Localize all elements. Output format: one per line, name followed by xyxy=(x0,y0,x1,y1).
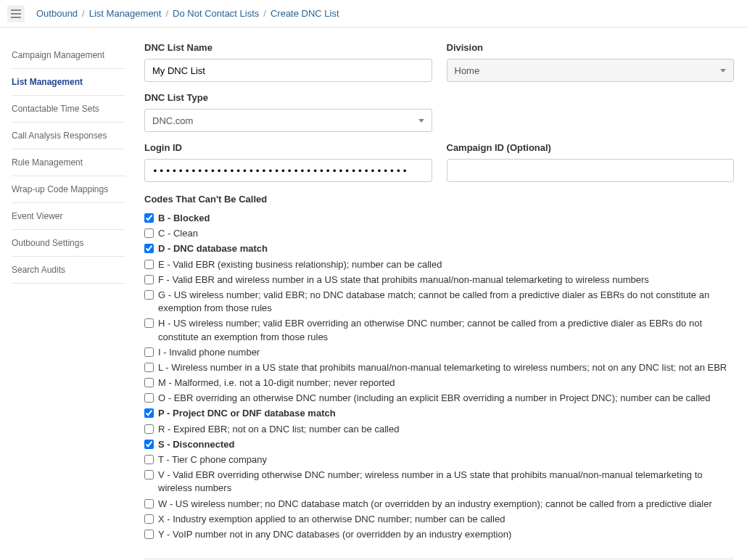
code-item: W - US wireless number; no DNC database … xyxy=(144,498,734,511)
code-item: T - Tier C phone company xyxy=(144,453,734,466)
code-item: O - EBR overriding an otherwise DNC numb… xyxy=(144,392,734,405)
sidebar-item[interactable]: Campaign Management xyxy=(12,42,125,69)
code-item: H - US wireless number; valid EBR overri… xyxy=(144,317,734,343)
sidebar: Campaign ManagementList ManagementContac… xyxy=(0,28,134,560)
code-checkbox[interactable] xyxy=(144,244,154,253)
campaign-id-label: Campaign ID (Optional) xyxy=(447,142,735,153)
code-checkbox[interactable] xyxy=(144,408,154,418)
dnc-name-label: DNC List Name xyxy=(144,42,432,53)
code-checkbox[interactable] xyxy=(144,228,154,238)
code-label[interactable]: O - EBR overriding an otherwise DNC numb… xyxy=(158,392,711,405)
division-label: Division xyxy=(447,42,735,53)
topbar: Outbound/List Management/Do Not Contact … xyxy=(0,0,747,28)
breadcrumb: Outbound/List Management/Do Not Contact … xyxy=(36,8,339,19)
breadcrumb-separator: / xyxy=(165,8,168,19)
divider xyxy=(144,559,734,559)
breadcrumb-link[interactable]: List Management xyxy=(89,8,162,19)
code-label[interactable]: E - Valid EBR (existing business relatio… xyxy=(158,258,442,271)
code-checkbox[interactable] xyxy=(144,347,154,357)
sidebar-item[interactable]: Wrap-up Code Mappings xyxy=(12,176,125,203)
code-checkbox[interactable] xyxy=(144,378,154,387)
code-item: G - US wireless number; valid EBR; no DN… xyxy=(144,289,734,315)
code-checkbox[interactable] xyxy=(144,470,154,479)
breadcrumb-link[interactable]: Outbound xyxy=(36,8,78,19)
sidebar-item[interactable]: Rule Management xyxy=(12,149,125,176)
division-select[interactable]: Home xyxy=(447,59,735,82)
code-checkbox[interactable] xyxy=(144,393,154,403)
code-label[interactable]: G - US wireless number; valid EBR; no DN… xyxy=(158,289,734,315)
code-item: Y - VoIP number not in any DNC databases… xyxy=(144,528,734,541)
code-checkbox[interactable] xyxy=(144,363,154,372)
code-label[interactable]: I - Invalid phone number xyxy=(158,346,260,359)
code-checkbox[interactable] xyxy=(144,530,154,539)
code-item: L - Wireless number in a US state that p… xyxy=(144,361,734,374)
breadcrumb-link[interactable]: Do Not Contact Lists xyxy=(173,8,259,19)
code-item: M - Malformed, i.e. not a 10-digit numbe… xyxy=(144,376,734,390)
main-content: DNC List Name Division Home DNC List Typ… xyxy=(134,28,747,560)
code-label[interactable]: H - US wireless number; valid EBR overri… xyxy=(158,317,734,343)
code-label[interactable]: F - Valid EBR and wireless number in a U… xyxy=(158,273,649,287)
login-id-input[interactable] xyxy=(144,159,432,182)
sidebar-item[interactable]: Outbound Settings xyxy=(12,230,125,257)
dnc-type-label: DNC List Type xyxy=(144,92,432,103)
sidebar-item[interactable]: Contactable Time Sets xyxy=(12,96,125,123)
sidebar-item[interactable]: Call Analysis Responses xyxy=(12,123,125,149)
code-checkbox[interactable] xyxy=(144,213,154,223)
code-checkbox[interactable] xyxy=(144,318,154,328)
dnc-type-value: DNC.com xyxy=(152,115,193,126)
chevron-down-icon xyxy=(418,119,424,123)
code-label[interactable]: B - Blocked xyxy=(158,212,210,225)
code-item: S - Disconnected xyxy=(144,438,734,451)
code-item: E - Valid EBR (existing business relatio… xyxy=(144,258,734,271)
dnc-name-input[interactable] xyxy=(144,59,432,82)
code-label[interactable]: X - Industry exemption applied to an oth… xyxy=(158,513,505,526)
codes-section-title: Codes That Can't Be Called xyxy=(144,194,734,205)
code-checkbox[interactable] xyxy=(144,424,154,434)
code-label[interactable]: V - Valid EBR overriding otherwise DNC n… xyxy=(158,469,734,495)
menu-icon[interactable] xyxy=(7,5,25,22)
division-value: Home xyxy=(455,65,480,76)
code-label[interactable]: R - Expired EBR; not on a DNC list; numb… xyxy=(158,423,399,436)
code-label[interactable]: Y - VoIP number not in any DNC databases… xyxy=(158,528,511,541)
breadcrumb-separator: / xyxy=(82,8,85,19)
code-label[interactable]: M - Malformed, i.e. not a 10-digit numbe… xyxy=(158,376,395,390)
code-label[interactable]: S - Disconnected xyxy=(158,438,234,451)
sidebar-item[interactable]: List Management xyxy=(12,69,125,96)
sidebar-item[interactable]: Event Viewer xyxy=(12,203,125,230)
code-item: C - Clean xyxy=(144,227,734,240)
campaign-id-input[interactable] xyxy=(447,159,735,182)
dnc-type-select[interactable]: DNC.com xyxy=(144,109,432,132)
code-item: R - Expired EBR; not on a DNC list; numb… xyxy=(144,423,734,436)
codes-list: B - BlockedC - CleanD - DNC database mat… xyxy=(144,212,734,541)
code-label[interactable]: L - Wireless number in a US state that p… xyxy=(158,361,727,374)
code-checkbox[interactable] xyxy=(144,455,154,464)
code-checkbox[interactable] xyxy=(144,260,154,269)
code-checkbox[interactable] xyxy=(144,499,154,508)
code-label[interactable]: W - US wireless number; no DNC database … xyxy=(158,498,712,511)
code-item: P - Project DNC or DNF database match xyxy=(144,407,734,420)
code-item: I - Invalid phone number xyxy=(144,346,734,359)
code-item: B - Blocked xyxy=(144,212,734,225)
code-item: V - Valid EBR overriding otherwise DNC n… xyxy=(144,469,734,495)
code-label[interactable]: T - Tier C phone company xyxy=(158,453,267,466)
breadcrumb-separator: / xyxy=(263,8,266,19)
chevron-down-icon xyxy=(720,69,726,73)
sidebar-item[interactable]: Search Audits xyxy=(12,257,125,284)
code-checkbox[interactable] xyxy=(144,290,154,300)
code-label[interactable]: P - Project DNC or DNF database match xyxy=(158,407,336,420)
code-item: X - Industry exemption applied to an oth… xyxy=(144,513,734,526)
code-label[interactable]: D - DNC database match xyxy=(158,242,268,255)
breadcrumb-link[interactable]: Create DNC List xyxy=(271,8,339,19)
code-item: F - Valid EBR and wireless number in a U… xyxy=(144,273,734,287)
login-id-label: Login ID xyxy=(144,142,432,153)
code-checkbox[interactable] xyxy=(144,275,154,284)
code-checkbox[interactable] xyxy=(144,440,154,449)
code-label[interactable]: C - Clean xyxy=(158,227,198,240)
code-item: D - DNC database match xyxy=(144,242,734,255)
code-checkbox[interactable] xyxy=(144,514,154,524)
